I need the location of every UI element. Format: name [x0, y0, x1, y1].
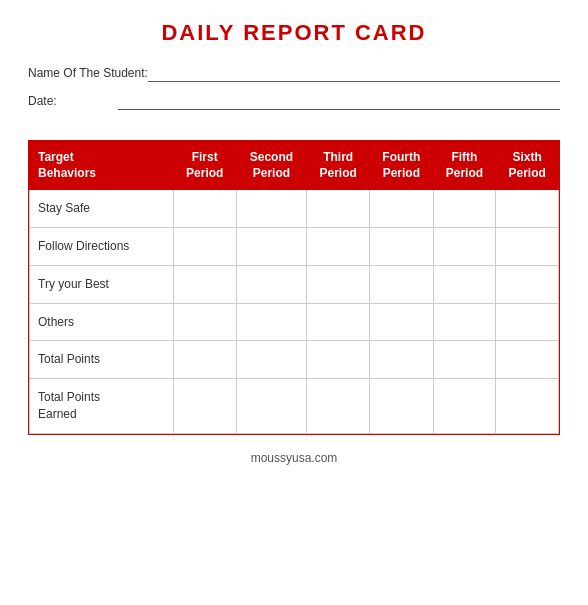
report-table: TargetBehaviors FirstPeriod SecondPeriod… — [29, 141, 559, 434]
period-cell[interactable] — [236, 341, 307, 379]
header-first-period: FirstPeriod — [173, 142, 236, 190]
table-row: Try your Best — [30, 265, 559, 303]
date-input[interactable] — [118, 92, 560, 110]
period-cell[interactable] — [433, 265, 496, 303]
period-cell[interactable] — [496, 379, 559, 434]
table-row: Follow Directions — [30, 227, 559, 265]
period-cell[interactable] — [370, 265, 434, 303]
footer: moussyusa.com — [251, 451, 338, 465]
period-cell[interactable] — [307, 341, 370, 379]
behavior-label: Stay Safe — [30, 190, 174, 228]
period-cell[interactable] — [236, 227, 307, 265]
period-cell[interactable] — [307, 190, 370, 228]
period-cell[interactable] — [433, 190, 496, 228]
name-row: Name Of The Student: — [28, 64, 560, 82]
period-cell[interactable] — [370, 227, 434, 265]
report-table-wrapper: TargetBehaviors FirstPeriod SecondPeriod… — [28, 140, 560, 435]
header-fifth-period: FifthPeriod — [433, 142, 496, 190]
behavior-label: Total Points — [30, 341, 174, 379]
period-cell[interactable] — [496, 227, 559, 265]
period-cell[interactable] — [433, 303, 496, 341]
period-cell[interactable] — [173, 265, 236, 303]
behavior-label: Follow Directions — [30, 227, 174, 265]
period-cell[interactable] — [307, 227, 370, 265]
period-cell[interactable] — [236, 190, 307, 228]
date-row: Date: — [28, 92, 560, 110]
header-fourth-period: FourthPeriod — [370, 142, 434, 190]
period-cell[interactable] — [370, 190, 434, 228]
table-body: Stay SafeFollow DirectionsTry your BestO… — [30, 190, 559, 434]
period-cell[interactable] — [370, 303, 434, 341]
period-cell[interactable] — [173, 379, 236, 434]
behavior-label: Try your Best — [30, 265, 174, 303]
period-cell[interactable] — [173, 227, 236, 265]
header-third-period: ThirdPeriod — [307, 142, 370, 190]
period-cell[interactable] — [307, 379, 370, 434]
table-row: Total Points Earned — [30, 379, 559, 434]
date-label: Date: — [28, 93, 118, 110]
period-cell[interactable] — [433, 341, 496, 379]
page-title: DAILY REPORT CARD — [161, 20, 426, 46]
table-row: Stay Safe — [30, 190, 559, 228]
table-row: Others — [30, 303, 559, 341]
period-cell[interactable] — [173, 190, 236, 228]
period-cell[interactable] — [496, 341, 559, 379]
behavior-label: Others — [30, 303, 174, 341]
period-cell[interactable] — [370, 379, 434, 434]
header-sixth-period: SixthPeriod — [496, 142, 559, 190]
period-cell[interactable] — [433, 227, 496, 265]
period-cell[interactable] — [307, 303, 370, 341]
period-cell[interactable] — [236, 303, 307, 341]
table-header-row: TargetBehaviors FirstPeriod SecondPeriod… — [30, 142, 559, 190]
period-cell[interactable] — [236, 379, 307, 434]
period-cell[interactable] — [173, 341, 236, 379]
period-cell[interactable] — [433, 379, 496, 434]
period-cell[interactable] — [496, 303, 559, 341]
header-second-period: SecondPeriod — [236, 142, 307, 190]
form-section: Name Of The Student: Date: — [28, 64, 560, 120]
period-cell[interactable] — [173, 303, 236, 341]
period-cell[interactable] — [307, 265, 370, 303]
period-cell[interactable] — [236, 265, 307, 303]
period-cell[interactable] — [496, 265, 559, 303]
header-target: TargetBehaviors — [30, 142, 174, 190]
period-cell[interactable] — [370, 341, 434, 379]
name-input[interactable] — [148, 64, 560, 82]
table-row: Total Points — [30, 341, 559, 379]
behavior-label: Total Points Earned — [30, 379, 174, 434]
name-label: Name Of The Student: — [28, 65, 148, 82]
period-cell[interactable] — [496, 190, 559, 228]
